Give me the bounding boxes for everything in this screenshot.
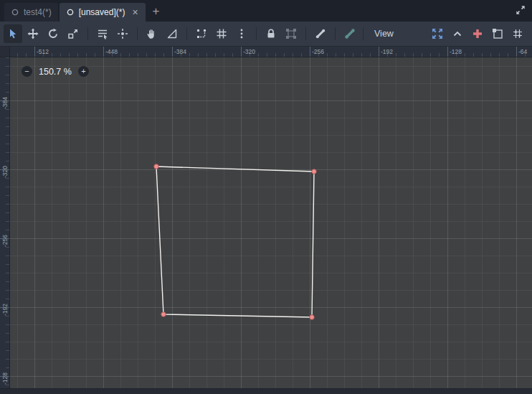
grid-snap-button[interactable] — [212, 24, 231, 43]
skeleton-icon — [344, 28, 356, 39]
horizontal-scrollbar[interactable] — [0, 388, 532, 394]
group-button[interactable] — [282, 24, 300, 43]
ruler-label: -320 — [243, 48, 255, 55]
tab-label: [unsaved](*) — [79, 7, 125, 17]
ruler-corner — [0, 47, 10, 57]
toolbar-separator — [186, 27, 187, 40]
snap-menu-icon — [236, 28, 247, 39]
skeleton-button[interactable] — [341, 24, 359, 43]
polygon-vertex-handle[interactable] — [161, 312, 166, 316]
list-select-button[interactable] — [93, 24, 112, 43]
smart-snap-button[interactable] — [192, 24, 211, 43]
add-key-icon — [472, 28, 483, 39]
toolbar-left — [4, 24, 359, 43]
scale-button[interactable] — [64, 24, 82, 43]
tab-unsaved[interactable]: [unsaved](*)× — [60, 3, 146, 22]
ruler-label: -384 — [174, 48, 186, 55]
toolbar-separator — [363, 27, 364, 40]
grid-snap-icon — [216, 28, 227, 39]
zoom-out-button[interactable]: − — [22, 66, 32, 77]
ruler-label: -192 — [1, 304, 9, 316]
pivot-button[interactable] — [113, 24, 132, 43]
move-icon — [27, 28, 39, 39]
select-button[interactable] — [4, 24, 22, 43]
pan-icon — [146, 28, 158, 39]
frame-view-button[interactable] — [428, 24, 447, 43]
canvas-viewport[interactable]: − 150.7 % + — [10, 57, 532, 388]
list-select-icon — [97, 28, 108, 39]
scene-icon — [11, 8, 19, 17]
view-menu-button[interactable]: View — [367, 24, 401, 43]
pivot-icon — [117, 28, 128, 39]
bone-icon — [315, 28, 326, 39]
rotate-icon — [47, 28, 59, 39]
ruler-label: -512 — [37, 48, 49, 55]
snap-config-button[interactable] — [508, 24, 527, 43]
horizontal-ruler[interactable]: -512-448-384-320-256-192-128-64 — [10, 47, 532, 57]
pan-button[interactable] — [143, 24, 161, 43]
group-icon — [285, 28, 297, 39]
smart-snap-icon — [196, 28, 207, 39]
polygon-vertex-handle[interactable] — [312, 169, 316, 174]
expand-icon — [516, 5, 526, 15]
editor-window: test4(*)[unsaved](*)× + View -512-448-38… — [0, 0, 532, 394]
move-button[interactable] — [24, 24, 42, 43]
scene-icon — [66, 8, 75, 17]
tab-label: test4(*) — [24, 7, 52, 17]
toolbar-separator — [256, 27, 257, 40]
ruler-label: -128 — [450, 48, 462, 55]
ruler-label: -128 — [1, 372, 9, 385]
zoom-value[interactable]: 150.7 % — [39, 67, 72, 77]
tab-strip: test4(*)[unsaved](*)× — [4, 3, 147, 22]
lock-button[interactable] — [262, 24, 280, 43]
region-rect-button[interactable] — [488, 24, 507, 43]
tab-test4[interactable]: test4(*) — [4, 3, 58, 22]
polygon-vertex-handle[interactable] — [310, 315, 314, 319]
chevron-up-icon — [452, 28, 463, 39]
rotate-button[interactable] — [44, 24, 62, 43]
ruler-label: -256 — [312, 48, 324, 55]
ruler-button[interactable] — [163, 24, 181, 43]
vertical-ruler[interactable]: -384-320-256-192-128 — [0, 57, 10, 388]
toolbar-separator — [305, 27, 306, 40]
scale-icon — [67, 28, 79, 39]
toolbar-separator — [137, 27, 138, 40]
new-tab-button[interactable]: + — [147, 5, 166, 17]
polygon-vertex-handle[interactable] — [154, 164, 158, 169]
select-icon — [7, 28, 19, 39]
ruler-label: -192 — [381, 48, 393, 55]
ruler-icon — [166, 28, 178, 39]
snap-config-icon — [512, 28, 523, 39]
add-key-button[interactable] — [468, 24, 487, 43]
zoom-in-button[interactable]: + — [78, 66, 89, 77]
toolbar-separator — [335, 27, 336, 40]
frame-view-icon — [432, 28, 443, 39]
ruler-label: -448 — [105, 48, 118, 55]
lock-icon — [265, 28, 277, 39]
chevron-up-button[interactable] — [448, 24, 467, 43]
workspace: -512-448-384-320-256-192-128-64 -384-320… — [0, 47, 532, 394]
ruler-label: -320 — [1, 166, 9, 178]
zoom-controls: − 150.7 % + — [22, 66, 89, 77]
region-rect-icon — [492, 28, 503, 39]
snap-menu-button[interactable] — [232, 24, 251, 43]
ruler-label: -256 — [1, 235, 9, 247]
ruler-label: -64 — [518, 48, 527, 55]
toolbar-separator — [87, 27, 88, 40]
bone-button[interactable] — [311, 24, 330, 43]
polygon-svg — [10, 57, 532, 388]
ruler-label: -384 — [1, 97, 9, 109]
tab-bar: test4(*)[unsaved](*)× + — [0, 0, 532, 22]
toolbar: View — [0, 22, 532, 47]
close-icon[interactable]: × — [131, 7, 138, 17]
toolbar-right — [428, 24, 528, 43]
polygon-outline[interactable] — [156, 166, 314, 317]
distraction-free-button[interactable] — [516, 5, 526, 15]
